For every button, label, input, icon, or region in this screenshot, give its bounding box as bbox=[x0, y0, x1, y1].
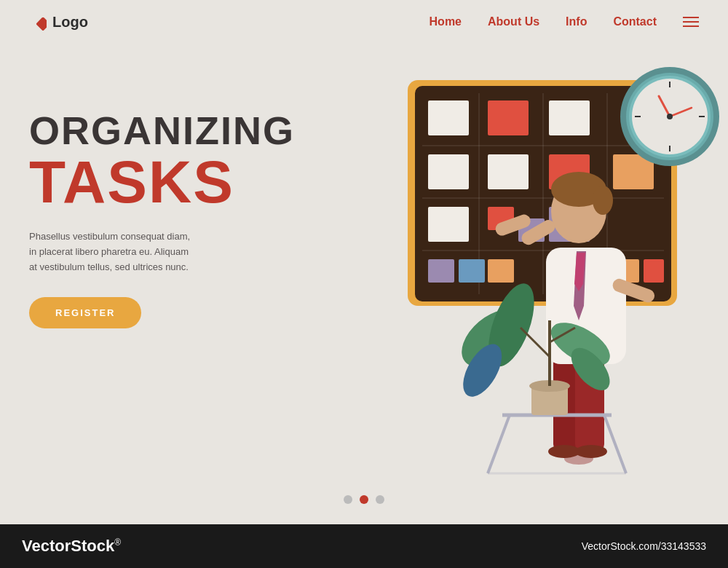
left-content: ORGANIZING TASKS Phasellus vestibulum co… bbox=[29, 109, 295, 328]
svg-point-50 bbox=[593, 186, 613, 215]
register-button[interactable]: REGISTER bbox=[29, 297, 141, 328]
svg-rect-20 bbox=[428, 259, 454, 283]
svg-rect-22 bbox=[488, 259, 514, 283]
nav-home[interactable]: Home bbox=[430, 15, 462, 28]
nav-about-us[interactable]: About Us bbox=[488, 15, 539, 28]
heading-organizing: ORGANIZING bbox=[29, 109, 295, 152]
svg-point-36 bbox=[667, 114, 673, 119]
illustration bbox=[306, 44, 728, 510]
svg-line-52 bbox=[488, 415, 510, 473]
dot-1[interactable] bbox=[344, 495, 352, 504]
pagination-dots bbox=[344, 495, 384, 504]
hamburger-line bbox=[683, 21, 699, 23]
nav-info[interactable]: Info bbox=[566, 15, 587, 28]
svg-rect-9 bbox=[428, 100, 469, 135]
hamburger-line bbox=[683, 25, 699, 27]
navigation: Home About Us Info Contact bbox=[430, 15, 699, 28]
dot-3[interactable] bbox=[376, 495, 384, 504]
svg-rect-11 bbox=[549, 100, 590, 135]
footer-url: VectorStock.com/33143533 bbox=[582, 540, 706, 552]
svg-rect-25 bbox=[644, 259, 664, 283]
svg-line-63 bbox=[521, 328, 550, 357]
svg-line-53 bbox=[604, 415, 626, 473]
footer-registered: ® bbox=[114, 537, 121, 548]
svg-rect-10 bbox=[488, 100, 529, 135]
dot-2[interactable] bbox=[360, 495, 368, 504]
logo-text: Logo bbox=[52, 14, 88, 31]
hamburger-menu[interactable] bbox=[683, 17, 699, 27]
svg-rect-21 bbox=[459, 259, 485, 283]
logo-area: Logo bbox=[29, 13, 88, 31]
nav-contact[interactable]: Contact bbox=[613, 15, 657, 28]
main-content: ORGANIZING TASKS Phasellus vestibulum co… bbox=[0, 44, 728, 524]
header: Logo Home About Us Info Contact bbox=[0, 0, 728, 44]
hamburger-line bbox=[683, 17, 699, 18]
svg-rect-12 bbox=[428, 154, 469, 189]
footer-brand: VectorStock® bbox=[22, 537, 121, 556]
footer: VectorStock® VectorStock.com/33143533 bbox=[0, 524, 728, 568]
svg-rect-0 bbox=[36, 17, 47, 31]
hero-description: Phasellus vestibulum consequat diam, in … bbox=[29, 229, 197, 275]
heading-tasks: TASKS bbox=[29, 152, 295, 212]
footer-brand-name: VectorStock bbox=[22, 537, 114, 555]
logo-diamond-icon bbox=[29, 13, 47, 31]
svg-rect-16 bbox=[428, 207, 469, 242]
svg-rect-13 bbox=[488, 154, 529, 189]
svg-point-41 bbox=[575, 445, 607, 458]
